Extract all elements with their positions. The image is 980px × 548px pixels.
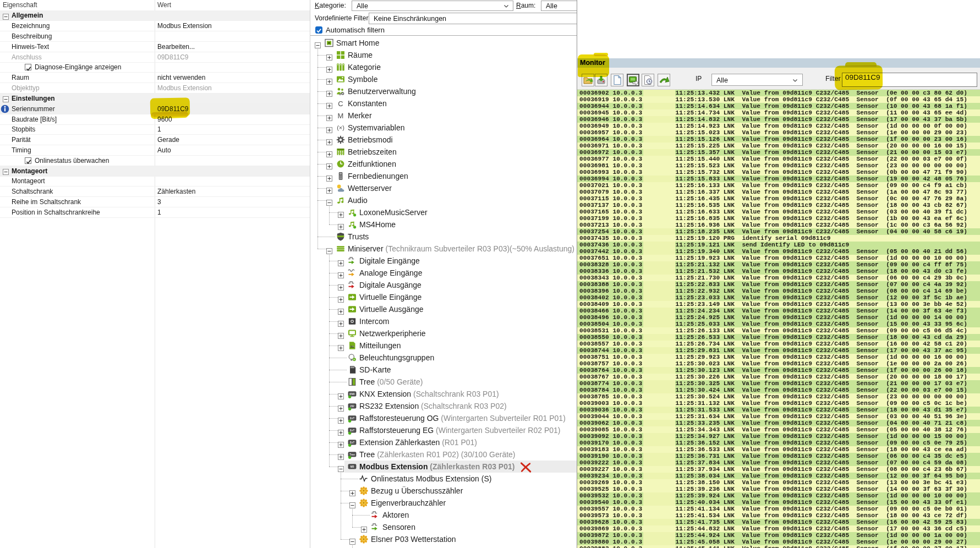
svg-text:ExT: ExT: [350, 441, 355, 444]
svg-text:H: H: [353, 358, 355, 361]
svg-text:Tree: Tree: [349, 453, 355, 456]
svg-text:C: C: [338, 100, 343, 108]
svg-text:232: 232: [350, 405, 354, 408]
svg-text:M: M: [338, 112, 344, 120]
svg-text:(×): (×): [337, 124, 344, 131]
svg-text:KNX: KNX: [349, 393, 355, 396]
svg-text:MB: MB: [350, 465, 354, 468]
svg-text:ExT: ExT: [350, 417, 355, 420]
svg-text:ExT: ExT: [350, 429, 355, 432]
svg-text:LOG: LOG: [351, 346, 355, 348]
